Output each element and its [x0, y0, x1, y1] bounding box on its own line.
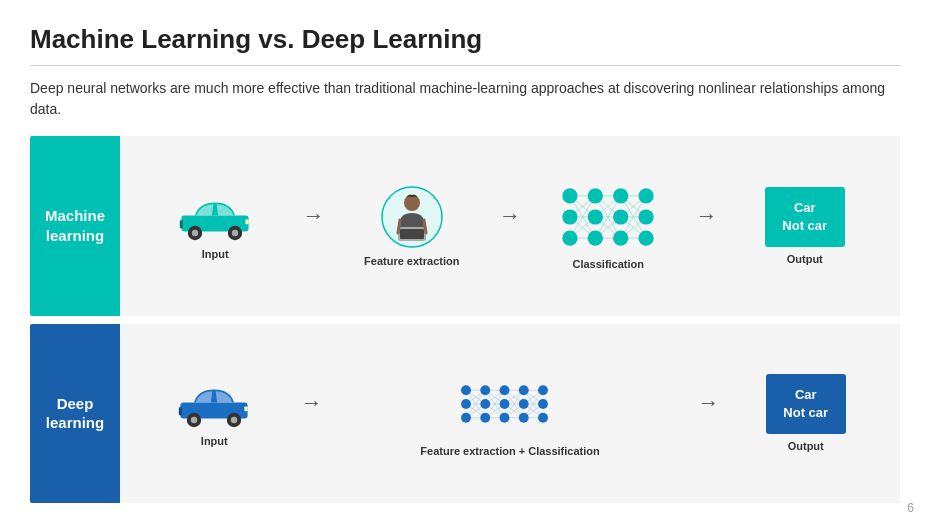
dl-output-label: Output [788, 440, 824, 452]
dl-nn-visual [455, 369, 565, 439]
diagram-container: Machinelearning [30, 136, 900, 503]
svg-point-8 [404, 195, 420, 211]
svg-line-11 [398, 220, 400, 233]
svg-point-50 [639, 209, 654, 224]
ml-class-step: Classification [523, 182, 694, 270]
svg-point-48 [613, 230, 628, 245]
svg-point-49 [639, 188, 654, 203]
dl-car-visual [174, 379, 254, 429]
svg-line-12 [424, 220, 426, 233]
dl-arrow1: → [301, 390, 323, 436]
ml-class-label: Classification [572, 258, 644, 270]
svg-point-102 [500, 399, 510, 409]
ml-output-box: Car Not car [765, 187, 845, 247]
svg-point-106 [519, 413, 529, 423]
ml-person-visual [380, 185, 444, 249]
dl-output-visual: Car Not car [766, 374, 846, 434]
svg-point-56 [231, 417, 237, 423]
dl-content: Input → [120, 324, 900, 504]
svg-point-99 [480, 399, 490, 409]
ml-output-label: Output [787, 253, 823, 265]
svg-point-103 [500, 413, 510, 423]
svg-point-101 [500, 386, 510, 396]
ml-output-step: Car Not car Output [720, 187, 891, 265]
dl-output-line2: Not car [783, 404, 828, 422]
svg-point-45 [588, 230, 603, 245]
dl-input-label: Input [201, 435, 228, 447]
title-divider [30, 65, 900, 66]
ml-output-visual: Car Not car [765, 187, 845, 247]
svg-rect-5 [246, 219, 249, 224]
ml-nn-visual [553, 182, 663, 252]
svg-point-47 [613, 209, 628, 224]
svg-point-41 [563, 209, 578, 224]
ml-output-line1: Car [794, 199, 816, 217]
svg-point-2 [192, 230, 198, 236]
dl-row: Deeplearning [30, 324, 900, 504]
svg-point-108 [538, 399, 548, 409]
ml-row: Machinelearning [30, 136, 900, 316]
svg-point-96 [461, 399, 471, 409]
svg-point-54 [191, 417, 197, 423]
ml-input-step: Input [130, 192, 301, 260]
svg-rect-6 [180, 220, 183, 228]
slide-subtitle: Deep neural networks are much more effec… [30, 78, 900, 120]
svg-point-107 [538, 386, 548, 396]
dl-output-line1: Car [795, 386, 817, 404]
svg-point-109 [538, 413, 548, 423]
dl-output-box: Car Not car [766, 374, 846, 434]
ml-content: Input → [120, 136, 900, 316]
svg-point-104 [519, 386, 529, 396]
ml-feature-label: Feature extraction [364, 255, 459, 267]
dl-nn-step: Feature extraction + Classification [325, 369, 696, 457]
svg-point-98 [480, 386, 490, 396]
arrow3: → [696, 203, 718, 249]
arrow2: → [499, 203, 521, 249]
ml-input-label: Input [202, 248, 229, 260]
svg-rect-57 [245, 407, 248, 412]
slide-title: Machine Learning vs. Deep Learning [30, 24, 900, 55]
svg-rect-58 [179, 407, 182, 415]
svg-point-97 [461, 413, 471, 423]
svg-point-40 [563, 188, 578, 203]
ml-feature-step: Feature extraction [327, 185, 498, 267]
svg-point-46 [613, 188, 628, 203]
svg-point-43 [588, 188, 603, 203]
ml-car-visual [175, 192, 255, 242]
ml-output-line2: Not car [782, 217, 827, 235]
slide: Machine Learning vs. Deep Learning Deep … [0, 0, 930, 523]
svg-rect-10 [400, 229, 424, 239]
svg-point-4 [232, 230, 238, 236]
svg-point-100 [480, 413, 490, 423]
dl-output-step: Car Not car Output [721, 374, 890, 452]
svg-point-44 [588, 209, 603, 224]
svg-point-42 [563, 230, 578, 245]
arrow1: → [303, 203, 325, 249]
svg-point-105 [519, 399, 529, 409]
dl-input-step: Input [130, 379, 299, 447]
dl-arrow2: → [697, 390, 719, 436]
svg-point-95 [461, 386, 471, 396]
dl-nn-label: Feature extraction + Classification [420, 445, 599, 457]
svg-point-51 [639, 230, 654, 245]
ml-label: Machinelearning [30, 136, 120, 316]
page-number: 6 [907, 501, 914, 515]
dl-label: Deeplearning [30, 324, 120, 504]
